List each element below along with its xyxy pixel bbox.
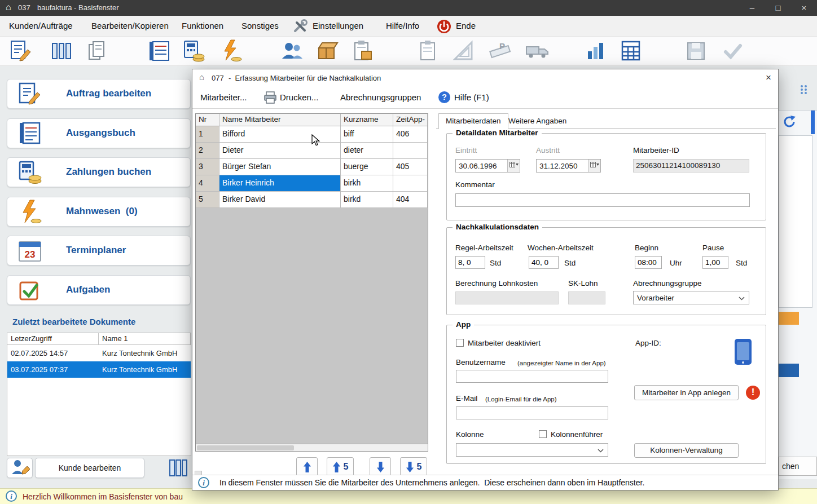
truck-icon[interactable] xyxy=(525,39,548,63)
home-icon: ⌂ xyxy=(6,2,11,12)
clipboard-icon[interactable] xyxy=(416,39,440,63)
sidebar-item-ausgangsbuch[interactable]: Ausgangsbuch xyxy=(7,118,191,148)
cell-zeitapp[interactable]: 404 xyxy=(393,192,428,208)
sidebar-item-aufgaben[interactable]: Aufgaben xyxy=(7,275,191,305)
customers-icon[interactable] xyxy=(280,39,304,63)
abbrechen-button-fragment[interactable]: chen xyxy=(779,457,817,476)
menu-drucken[interactable]: Drucken... xyxy=(280,92,318,102)
mitarbeiter-in-app-anlegen-button[interactable]: Mitarbeiter in App anlegen xyxy=(634,385,739,400)
recent-row[interactable]: 02.07.2025 14:57 Kurz Tontechnik GmbH xyxy=(7,345,191,361)
cell-kurzname[interactable]: birkd xyxy=(341,192,393,208)
menu-bearbeiten-kopieren[interactable]: Bearbeiten/Kopieren xyxy=(91,21,169,30)
ledger-icon[interactable] xyxy=(148,39,172,63)
table-row-selected[interactable]: 4 Birker Heinrich birkh xyxy=(196,175,428,192)
scrollbar-thumb[interactable] xyxy=(197,445,294,450)
austritt-datefield[interactable]: 31.12.2050 xyxy=(536,159,601,173)
calendar-dropdown-button[interactable] xyxy=(588,160,600,172)
minimize-button[interactable]: – xyxy=(739,0,765,16)
table-row[interactable]: 5 Birker David birkd 404 xyxy=(196,192,428,208)
cell-name[interactable]: Dieter xyxy=(219,143,341,159)
bar-chart-icon[interactable] xyxy=(585,39,608,63)
sidebar-item-auftrag-bearbeiten[interactable]: Auftrag bearbeiten xyxy=(7,79,191,109)
column-header-zeitapp[interactable]: ZeitApp- xyxy=(393,114,428,126)
archive-columns-icon[interactable] xyxy=(167,457,190,481)
sidebar-item-mahnwesen[interactable]: Mahnwesen (0) xyxy=(7,197,191,227)
horizontal-scrollbar[interactable] xyxy=(196,444,428,451)
menu-kunden-auftraege[interactable]: Kunden/Aufträge xyxy=(9,21,73,30)
benutzername-input[interactable] xyxy=(456,370,608,383)
save-icon[interactable] xyxy=(684,39,708,63)
tab-mitarbeiterdaten[interactable]: Mitarbeiterdaten xyxy=(438,113,508,129)
row-up-button[interactable] xyxy=(296,457,318,476)
menu-hilfe-f1[interactable]: Hilfe (F1) xyxy=(454,92,489,102)
mitarbeiter-deaktiviert-checkbox[interactable] xyxy=(456,339,464,347)
row-up-5-button[interactable]: 5 xyxy=(327,457,354,476)
column-header-nr[interactable]: Nr xyxy=(196,114,219,126)
table-row[interactable]: 3 Bürger Stefan buerge 405 xyxy=(196,159,428,175)
menu-einstellungen[interactable]: Einstellungen xyxy=(313,21,363,30)
menu-sonstiges[interactable]: Sonstiges xyxy=(241,21,279,30)
sidebar-item-terminplaner[interactable]: 23 Terminplaner xyxy=(7,236,191,266)
pause-input[interactable] xyxy=(702,256,728,269)
row-down-5-button[interactable]: 5 xyxy=(400,457,427,476)
email-input[interactable] xyxy=(456,406,608,419)
edit-customer-icon-button[interactable] xyxy=(7,458,33,478)
kommentar-input[interactable] xyxy=(455,193,750,207)
cell-kurzname[interactable]: birkh xyxy=(341,175,393,192)
recent-row-selected[interactable]: 03.07.2025 07:37 Kurz Tontechnik GmbH xyxy=(7,361,191,378)
dialog-close-button[interactable]: × xyxy=(766,72,771,83)
cell-name[interactable]: Bifford xyxy=(219,126,341,143)
columns-icon[interactable] xyxy=(50,39,73,63)
menu-mitarbeiter[interactable]: Mitarbeiter... xyxy=(200,92,247,102)
cell-name[interactable]: Bürger Stefan xyxy=(219,159,341,175)
regel-arbeitszeit-input[interactable] xyxy=(455,256,485,269)
beginn-input[interactable] xyxy=(635,256,662,269)
cell-zeitapp[interactable]: 405 xyxy=(393,159,428,175)
kolonnenfuehrer-checkbox[interactable] xyxy=(539,430,547,438)
column-header-name[interactable]: Name Mitarbeiter xyxy=(219,114,341,126)
package-icon[interactable] xyxy=(315,39,339,63)
sidebar-item-label: Auftrag bearbeiten xyxy=(66,88,151,99)
cell-kurzname[interactable]: buerge xyxy=(341,159,393,175)
close-button[interactable]: × xyxy=(791,0,817,16)
copy-icon[interactable] xyxy=(86,39,109,63)
cell-name[interactable]: Birker David xyxy=(219,192,341,208)
kolonne-select[interactable] xyxy=(456,443,608,457)
cell-zeitapp[interactable] xyxy=(393,175,428,192)
abrechnungsgruppe-select[interactable]: Vorarbeiter xyxy=(633,291,749,304)
button-label: Mitarbeiter in App anlegen xyxy=(642,388,731,397)
check-icon[interactable] xyxy=(721,39,745,63)
cell-zeitapp[interactable]: 406 xyxy=(393,126,428,143)
cell-name-selected[interactable]: Birker Heinrich xyxy=(219,175,341,192)
cell-kurzname[interactable]: dieter xyxy=(341,143,393,159)
column-header-kurzname[interactable]: Kurzname xyxy=(341,114,393,126)
eintritt-datefield[interactable]: 30.06.1996 xyxy=(455,159,520,173)
calendar-dropdown-button[interactable] xyxy=(507,160,520,172)
calc-grid-icon[interactable] xyxy=(620,39,643,63)
kolonnen-verwaltung-button[interactable]: Kolonnen-Verwaltung xyxy=(634,443,739,458)
lightning-coins-icon[interactable] xyxy=(219,39,243,63)
maximize-button[interactable]: □ xyxy=(765,0,791,16)
kunde-bearbeiten-button[interactable]: Kunde bearbeiten xyxy=(35,458,144,478)
menu-hilfe-info[interactable]: Hilfe/Info xyxy=(386,21,419,30)
wochen-arbeitszeit-input[interactable] xyxy=(529,256,559,269)
menu-funktionen[interactable]: Funktionen xyxy=(182,21,223,30)
clipboard-box-icon[interactable] xyxy=(351,39,375,63)
refresh-icon[interactable] xyxy=(782,114,797,131)
edit-document-icon[interactable] xyxy=(9,39,33,63)
sidebar-item-zahlungen-buchen[interactable]: Zahlungen buchen xyxy=(7,157,191,187)
mitarbeiter-dialog: ⌂ 077 - Erfassung Mitarbeiter für die Na… xyxy=(192,69,779,490)
set-square-icon[interactable] xyxy=(451,39,475,63)
column-header[interactable]: Name 1 xyxy=(99,333,191,344)
sidebar-item-label: Zahlungen buchen xyxy=(66,166,151,178)
ruler-p-icon[interactable]: P xyxy=(489,39,512,63)
menu-ende[interactable]: Ende xyxy=(456,21,476,30)
cell-kurzname[interactable]: biff xyxy=(341,126,393,143)
recent-zugriff: 03.07.2025 07:37 xyxy=(7,365,99,374)
row-down-button[interactable] xyxy=(370,457,391,476)
tab-weitere-angaben[interactable]: Weitere Angaben xyxy=(502,114,573,129)
column-header[interactable]: LetzerZugriff xyxy=(7,333,99,344)
calculator-coins-icon[interactable] xyxy=(182,39,206,63)
cell-zeitapp[interactable] xyxy=(393,143,428,159)
menu-abrechnungsgruppen[interactable]: Abrechnungsgruppen xyxy=(340,92,421,102)
